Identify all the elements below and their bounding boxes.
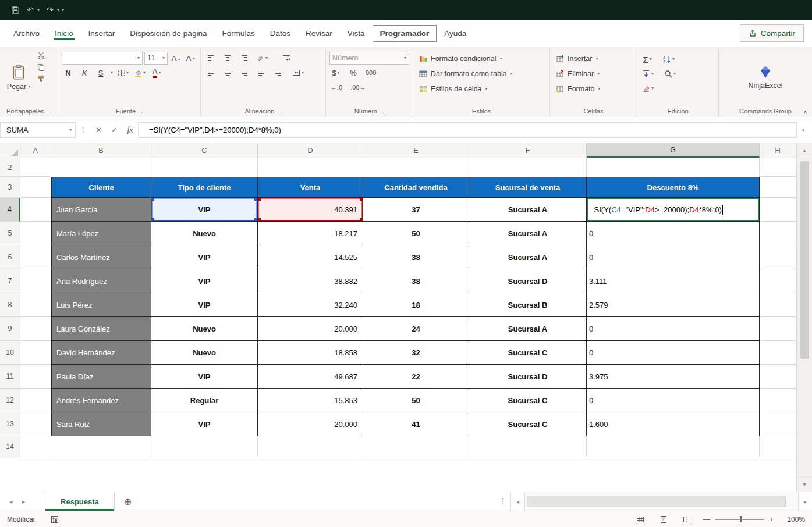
cell-venta-referenced[interactable]: 40.391 <box>258 198 363 222</box>
vertical-scroll-thumb[interactable] <box>800 161 809 359</box>
cell-tipo[interactable]: VIP <box>151 245 258 269</box>
grid-cell[interactable] <box>20 158 51 177</box>
grid-cell[interactable] <box>20 269 51 293</box>
undo-button[interactable]: ↶ <box>23 3 37 17</box>
insert-cells-button[interactable]: Insertar▾ <box>554 51 633 66</box>
horizontal-scroll-thumb[interactable] <box>527 496 786 507</box>
font-size-combo[interactable]: 11▾ <box>144 52 168 65</box>
conditional-formatting-button[interactable]: Formato condicional▾ <box>417 51 546 66</box>
ninjaexcel-addin-button[interactable]: NinjaExcel <box>722 66 809 90</box>
grid-cell[interactable] <box>469 158 587 177</box>
grid-cell[interactable] <box>20 177 51 198</box>
font-name-combo[interactable]: ▾ <box>62 52 143 65</box>
ref-handle[interactable] <box>151 218 154 221</box>
scroll-right-icon[interactable]: ▸ <box>798 492 812 511</box>
row-header-3[interactable]: 3 <box>0 177 20 198</box>
cell-sucursal[interactable]: Sucursal B <box>469 293 587 317</box>
cell-venta[interactable]: 15.853 <box>258 389 363 412</box>
tab-formulas[interactable]: Fórmulas <box>214 25 262 42</box>
cell-tipo[interactable]: Regular <box>151 389 258 412</box>
cell-descuento[interactable]: 0 <box>587 389 760 412</box>
grid-cell[interactable] <box>469 436 587 457</box>
header-tipo[interactable]: Tipo de cliente <box>151 177 258 198</box>
cell-sucursal[interactable]: Sucursal D <box>469 269 587 293</box>
cell-tipo[interactable]: VIP <box>151 293 258 317</box>
grid-cell[interactable] <box>20 317 51 341</box>
save-icon[interactable] <box>8 3 22 17</box>
cell-cliente[interactable]: Juan García <box>51 198 151 222</box>
share-button[interactable]: Compartir <box>740 24 804 42</box>
tab-disposicion[interactable]: Disposición de página <box>122 25 214 42</box>
grid-cell[interactable] <box>760 158 796 177</box>
tab-vista[interactable]: Vista <box>340 25 373 42</box>
paste-button[interactable]: Pegar▾ <box>3 50 34 105</box>
sheet-tab-respuesta[interactable]: Respuesta <box>45 492 115 511</box>
shrink-font-button[interactable]: A▾ <box>184 52 197 65</box>
cell-cliente[interactable]: David Hernández <box>51 341 151 365</box>
autosum-button[interactable]: Σ▾ <box>641 53 654 66</box>
cell-tipo[interactable]: Nuevo <box>151 317 258 341</box>
format-as-table-button[interactable]: Dar formato como tabla▾ <box>417 66 546 81</box>
header-cantidad[interactable]: Cantidad vendida <box>363 177 469 198</box>
cell-sucursal[interactable]: Sucursal C <box>469 341 587 365</box>
ref-handle[interactable] <box>254 198 257 201</box>
cell-descuento[interactable]: 3.975 <box>587 365 760 389</box>
cell-cliente[interactable]: María López <box>51 222 151 245</box>
underline-chevron-icon[interactable]: ▾ <box>111 70 113 75</box>
cell-cliente[interactable]: Sara Ruiz <box>51 412 151 436</box>
increase-indent-icon[interactable] <box>272 66 285 79</box>
cell-cantidad[interactable]: 38 <box>363 269 469 293</box>
tab-archivo[interactable]: Archivo <box>6 25 47 42</box>
formula-bar-splitter[interactable]: ⋮ <box>76 126 91 134</box>
cell-descuento[interactable]: 0 <box>587 341 760 365</box>
percent-format-button[interactable]: % <box>347 66 360 79</box>
grid-cell[interactable] <box>20 222 51 245</box>
align-right-icon[interactable] <box>238 66 251 79</box>
cell-tipo[interactable]: Nuevo <box>151 341 258 365</box>
font-color-button[interactable]: A▾ <box>150 66 163 79</box>
cell-venta[interactable]: 38.882 <box>258 269 363 293</box>
col-header-B[interactable]: B <box>51 143 151 158</box>
cell-cantidad[interactable]: 24 <box>363 317 469 341</box>
zoom-level[interactable]: 100% <box>783 515 805 524</box>
cell-cantidad[interactable]: 18 <box>363 293 469 317</box>
cell-cantidad[interactable]: 37 <box>363 198 469 222</box>
grid-cell[interactable] <box>760 412 796 436</box>
cell-venta[interactable]: 32.240 <box>258 293 363 317</box>
grid-cell[interactable] <box>760 222 796 245</box>
cell-tipo[interactable]: VIP <box>151 269 258 293</box>
grid-cell[interactable] <box>51 158 151 177</box>
ref-handle[interactable] <box>360 218 363 221</box>
grid-cell[interactable] <box>760 198 796 222</box>
grid-cell[interactable] <box>151 436 258 457</box>
scroll-up-icon[interactable]: ▲ <box>797 143 812 158</box>
cell-cliente[interactable]: Andrés Fernández <box>51 389 151 412</box>
grid-cell[interactable] <box>20 436 51 457</box>
cell-tipo[interactable]: VIP <box>151 412 258 436</box>
grid-cell[interactable] <box>20 293 51 317</box>
cell-styles-button[interactable]: Estilos de celda▾ <box>417 81 546 97</box>
select-all-corner[interactable] <box>0 143 20 158</box>
grid-cell[interactable] <box>151 158 258 177</box>
sort-filter-button[interactable]: ▾ <box>662 53 676 66</box>
cell-sucursal[interactable]: Sucursal C <box>469 389 587 412</box>
grid-cell[interactable] <box>20 365 51 389</box>
row-header[interactable]: 6 <box>0 245 20 269</box>
grid-cell[interactable] <box>760 389 796 412</box>
cell-descuento[interactable]: 0 <box>587 222 760 245</box>
cell-cantidad[interactable]: 32 <box>363 341 469 365</box>
ref-handle[interactable] <box>258 198 261 201</box>
cell-venta[interactable]: 18.858 <box>258 341 363 365</box>
wrap-text-button[interactable] <box>280 52 293 65</box>
row-header[interactable]: 5 <box>0 222 20 245</box>
row-header-4[interactable]: 4 <box>0 198 20 222</box>
row-header[interactable]: 9 <box>0 317 20 341</box>
cell-formula-editing[interactable]: =SI(Y(C4="VIP";D4>=20000);D4*8%;0) <box>587 198 760 222</box>
quick-access-customize-icon[interactable]: ▾ <box>62 8 64 13</box>
cell-cantidad[interactable]: 41 <box>363 412 469 436</box>
col-header-G[interactable]: G <box>587 143 760 158</box>
scroll-down-icon[interactable]: ▼ <box>797 476 812 492</box>
cell-sucursal[interactable]: Sucursal C <box>469 412 587 436</box>
horizontal-scroll-track[interactable] <box>524 492 798 511</box>
cell-cantidad[interactable]: 22 <box>363 365 469 389</box>
